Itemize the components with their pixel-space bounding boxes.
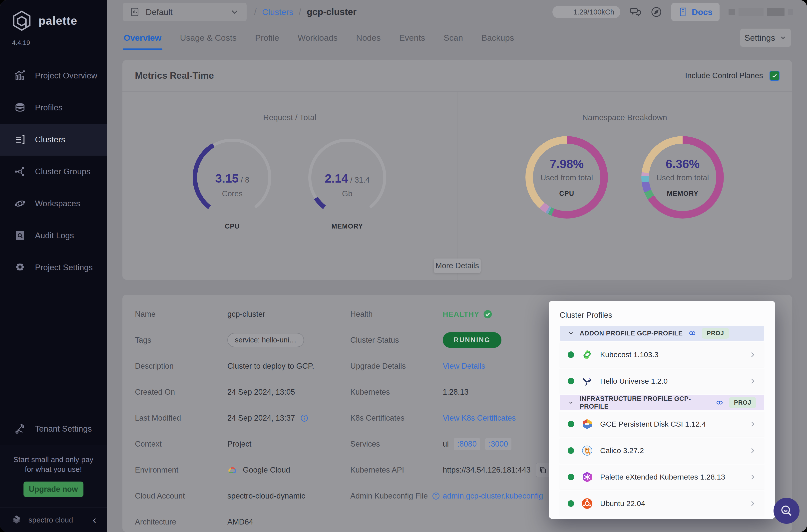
tools-icon (14, 423, 26, 435)
profile-item-gce-disk-csi[interactable]: GCE Persistent Disk CSI 1.12.4 (560, 412, 764, 437)
sidebar-item-profiles[interactable]: Profiles (0, 92, 107, 124)
book-icon (678, 7, 688, 17)
layers-icon (14, 102, 26, 114)
status-dot (568, 474, 574, 480)
calico-icon (581, 444, 593, 457)
status-dot (568, 500, 574, 507)
profile-link-icon[interactable] (688, 329, 696, 337)
tab-overview[interactable]: Overview (123, 25, 163, 50)
sidebar-item-audit-logs[interactable]: Audit Logs (0, 220, 107, 251)
tab-backups[interactable]: Backups (481, 25, 515, 50)
tab-usage-costs[interactable]: Usage & Costs (179, 25, 238, 50)
view-details-link[interactable]: View Details (443, 362, 485, 370)
status-dot (568, 447, 574, 454)
top-bar: Default / Clusters / gcp-cluster 1.29/10… (107, 0, 807, 24)
kubeconfig-file-link[interactable]: admin.gcp-cluster.kubeconfig (443, 492, 543, 500)
memory-gauge-label: MEMORY (305, 223, 390, 230)
cpu-gauge: 3.15 / 8 Cores CPU (190, 135, 275, 230)
sidebar-item-tenant-settings[interactable]: Tenant Settings (0, 413, 107, 445)
chevron-right-icon (749, 500, 756, 507)
service-port-8080-link[interactable]: :8080 (454, 438, 480, 450)
memory-donut: 6.36% Used from total MEMORY (641, 136, 724, 218)
tab-profile[interactable]: Profile (254, 25, 280, 50)
sidebar-item-workspaces[interactable]: Workspaces (0, 188, 107, 220)
sidebar-item-label: Cluster Groups (35, 167, 91, 176)
cpu-donut: 7.98% Used from total CPU (525, 136, 608, 218)
kubecost-icon (581, 349, 593, 361)
server-icon (14, 134, 26, 146)
tab-nodes[interactable]: Nodes (355, 25, 381, 50)
gear-icon (14, 262, 26, 273)
orbit-icon (14, 197, 26, 210)
compass-icon[interactable] (650, 6, 662, 18)
addon-profile-header[interactable]: ADDON PROFILE GCP-PROFILE PROJ (560, 326, 764, 341)
info-icon[interactable] (300, 414, 308, 422)
view-k8s-certificates-link[interactable]: View K8s Certificates (443, 414, 516, 423)
sidebar-item-label: Project Settings (35, 263, 93, 272)
include-control-planes-checkbox[interactable] (770, 71, 780, 81)
sidebar-item-project-settings[interactable]: Project Settings (0, 251, 107, 284)
tabs-row: Overview Usage & Costs Profile Workloads… (107, 24, 807, 52)
detail-row-tags: Tags service: hello-uni… (135, 327, 335, 353)
sidebar-item-label: Workspaces (35, 199, 80, 208)
sidebar-item-cluster-groups[interactable]: Cluster Groups (0, 156, 107, 188)
chevron-down-icon (568, 399, 574, 406)
redacted-user-info (729, 8, 793, 16)
sidebar-item-project-overview[interactable]: Project Overview (0, 60, 107, 92)
service-port-3000-link[interactable]: :3000 (485, 438, 512, 450)
breadcrumb: / Clusters / gcp-cluster (254, 7, 357, 17)
profile-item-kubecost[interactable]: Kubecost 1.103.3 (560, 342, 764, 367)
request-total-title: Request / Total (263, 113, 316, 122)
tab-workloads[interactable]: Workloads (297, 25, 339, 50)
sidebar-item-label: Profiles (35, 103, 62, 112)
detail-row-cloud-account: Cloud Account spectro-cloud-dynamic (135, 483, 335, 509)
infrastructure-profile-header[interactable]: INFRASTRUCTURE PROFILE GCP-PROFILE PROJ (560, 395, 764, 410)
pxk-icon (581, 471, 593, 483)
sidebar-item-label: Project Overview (35, 71, 97, 80)
metrics-card: Metrics Real-Time Include Control Planes… (123, 60, 792, 280)
collapse-sidebar-icon[interactable]: ‹ (93, 515, 96, 525)
tab-events[interactable]: Events (398, 25, 426, 50)
settings-button[interactable]: Settings (740, 28, 791, 47)
chevron-down-icon (568, 330, 574, 337)
detail-row-context: Context Project (135, 431, 335, 457)
cluster-profiles-title: Cluster Profiles (560, 311, 764, 320)
more-details-button[interactable]: More Details (434, 259, 481, 273)
detail-row-name: Name gcp-cluster (135, 301, 335, 327)
credits-meter: 1.29/100kCh (552, 6, 620, 18)
metrics-title: Metrics Real-Time (135, 71, 214, 81)
profile-item-hello-universe[interactable]: Hello Universe 1.2.0 (560, 369, 764, 394)
audit-log-icon (14, 230, 26, 242)
docs-button[interactable]: Docs (671, 3, 719, 21)
cluster-profiles-panel: Cluster Profiles ADDON PROFILE GCP-PROFI… (549, 301, 775, 519)
breadcrumb-clusters-link[interactable]: Clusters (262, 7, 293, 17)
upgrade-now-button[interactable]: Upgrade now (23, 481, 83, 497)
details-left-column: Name gcp-cluster Tags service: hello-uni… (135, 301, 335, 526)
profile-item-ubuntu[interactable]: Ubuntu 22.04 (560, 491, 764, 516)
breadcrumb-current: gcp-cluster (307, 7, 357, 17)
chat-icon[interactable] (630, 6, 641, 18)
copy-icon[interactable] (536, 463, 550, 477)
tab-scan[interactable]: Scan (443, 25, 464, 50)
tag-chip: service: hello-uni… (227, 333, 304, 347)
status-dot (568, 378, 574, 384)
hello-universe-icon (581, 375, 593, 387)
chevron-down-icon (780, 34, 787, 41)
app-window: palette 4.4.19 Project Overview Profiles… (0, 0, 807, 532)
project-selector[interactable]: Default (123, 3, 247, 21)
assistant-search-button[interactable] (773, 498, 800, 524)
detail-row-description: Description Cluster to deploy to GCP. (135, 353, 335, 379)
profile-item-palette-extended-kubernetes[interactable]: Palette eXtended Kubernetes 1.28.13 (560, 464, 764, 490)
sidebar-item-clusters[interactable]: Clusters (0, 124, 107, 156)
footer-brand: spectro cloud (29, 516, 73, 524)
ubuntu-icon (581, 497, 593, 510)
promo-text-line2: for what you use! (6, 464, 100, 474)
profile-link-icon[interactable] (716, 399, 724, 406)
metrics-charts: Request / Total 3.15 / 8 Cores CPU 2.14 (123, 92, 792, 280)
app-version: 4.4.19 (0, 32, 107, 47)
info-icon[interactable] (432, 492, 440, 500)
detail-row-last-modified: Last Modified 24 Sep 2024, 13:37 (135, 405, 335, 431)
upgrade-promo: Start small and only pay for what you us… (0, 445, 107, 508)
logo-row: palette (0, 0, 107, 32)
profile-item-calico[interactable]: Calico 3.27.2 (560, 438, 764, 463)
